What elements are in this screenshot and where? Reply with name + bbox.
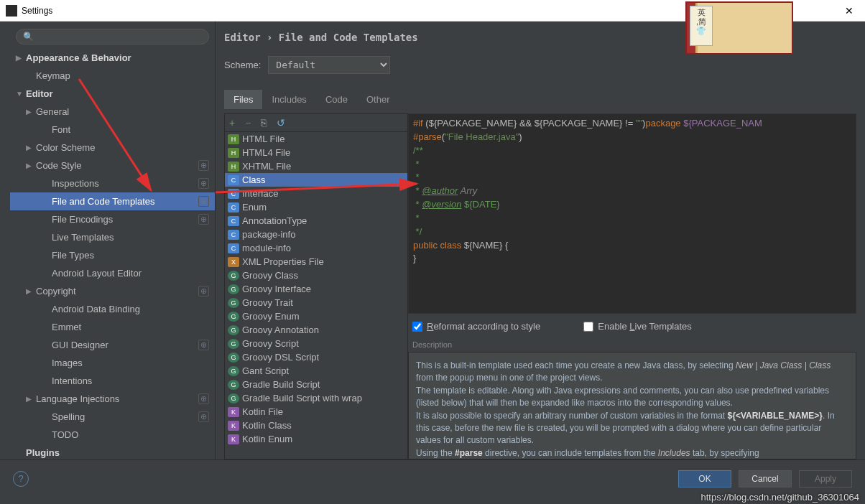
template-item-label: Groovy Interface — [242, 284, 311, 294]
template-item-label: Kotlin File — [242, 406, 283, 417]
ok-button[interactable]: OK — [678, 470, 731, 487]
remove-icon[interactable]: − — [245, 117, 251, 129]
sidebar-item-gui-designer[interactable]: GUI Designer⊕ — [10, 336, 215, 354]
template-item-kotlin-file[interactable]: KKotlin File — [225, 405, 407, 419]
template-item-groovy-interface[interactable]: GGroovy Interface — [225, 282, 407, 296]
scope-icon: ⊕ — [198, 160, 209, 171]
sidebar-item-images[interactable]: Images — [10, 354, 215, 372]
template-item-xml-properties-file[interactable]: XXML Properties File — [225, 255, 407, 269]
help-icon[interactable]: ? — [13, 471, 29, 487]
settings-tree[interactable]: ▶Appearance & BehaviorKeymap▼Editor▶Gene… — [10, 49, 215, 459]
tree-arrow-icon: ▶ — [16, 54, 26, 62]
search-input[interactable] — [16, 29, 209, 45]
scope-icon: ⊕ — [198, 411, 209, 422]
sidebar-item-label: Inspections — [52, 178, 99, 189]
reformat-checkbox[interactable] — [412, 322, 422, 332]
live-templates-checkbox-label[interactable]: Enable Live Templates — [583, 321, 692, 332]
template-item-label: Groovy Enum — [242, 311, 299, 322]
html-icon: H — [228, 148, 239, 158]
template-item-class[interactable]: CClass — [225, 173, 407, 187]
tab-files[interactable]: Files — [224, 90, 262, 109]
tab-includes[interactable]: Includes — [262, 90, 315, 109]
tree-arrow-icon: ▶ — [26, 144, 36, 151]
template-item-html4-file[interactable]: HHTML4 File — [225, 146, 407, 159]
kotlin-icon: K — [228, 434, 239, 444]
code-editor[interactable]: #if (${PACKAGE_NAME} && ${PACKAGE_NAME} … — [408, 113, 856, 314]
copy-icon[interactable]: ⎘ — [261, 117, 267, 129]
live-templates-checkbox[interactable] — [583, 322, 593, 332]
template-item-annotationtype[interactable]: CAnnotationType — [225, 214, 407, 228]
template-item-label: module-info — [242, 243, 291, 253]
sidebar-item-code-style[interactable]: ▶Code Style⊕ — [10, 157, 215, 174]
template-item-kotlin-enum[interactable]: KKotlin Enum — [225, 432, 407, 446]
cancel-button[interactable]: Cancel — [739, 470, 792, 487]
sidebar-item-label: File Encodings — [52, 214, 113, 225]
close-icon[interactable]: ✕ — [839, 5, 859, 17]
reset-icon[interactable]: ↺ — [277, 117, 285, 129]
template-item-module-info[interactable]: Cmodule-info — [225, 241, 407, 255]
sidebar-item-font[interactable]: Font — [10, 121, 215, 139]
sidebar-item-file-types[interactable]: File Types — [10, 246, 215, 264]
sidebar-item-language-injections[interactable]: ▶Language Injections⊕ — [10, 390, 215, 408]
app-icon — [6, 5, 17, 17]
sidebar-item-intentions[interactable]: Intentions — [10, 372, 215, 390]
tree-arrow-icon: ▶ — [26, 287, 36, 295]
reformat-checkbox-label[interactable]: Reformat according to style — [412, 321, 540, 332]
add-icon[interactable]: + — [229, 117, 235, 129]
tab-code[interactable]: Code — [316, 90, 357, 109]
main-panel: Editor › File and Code Templates Scheme:… — [216, 22, 865, 459]
groovy-icon: G — [228, 339, 239, 349]
template-item-label: Groovy Trait — [242, 297, 293, 308]
apply-button[interactable]: Apply — [799, 470, 852, 487]
sidebar-item-keymap[interactable]: Keymap — [10, 67, 215, 85]
sidebar-item-plugins[interactable]: Plugins — [10, 444, 215, 459]
template-item-label: package-info — [242, 229, 295, 240]
sidebar-item-label: Copyright — [36, 286, 76, 297]
template-item-html-file[interactable]: HHTML File — [225, 132, 407, 146]
template-item-xhtml-file[interactable]: HXHTML File — [225, 159, 407, 173]
sidebar-item-file-encodings[interactable]: File Encodings⊕ — [10, 210, 215, 228]
sidebar-item-android-layout-editor[interactable]: Android Layout Editor — [10, 264, 215, 282]
sidebar-item-general[interactable]: ▶General — [10, 103, 215, 121]
sidebar-item-appearance-behavior[interactable]: ▶Appearance & Behavior — [10, 49, 215, 67]
sidebar-item-editor[interactable]: ▼Editor — [10, 85, 215, 103]
html-icon: H — [228, 134, 239, 144]
template-item-kotlin-class[interactable]: KKotlin Class — [225, 419, 407, 432]
template-item-package-info[interactable]: Cpackage-info — [225, 228, 407, 241]
sidebar-item-live-templates[interactable]: Live Templates — [10, 228, 215, 246]
decorative-image: 英,简👕 — [685, 1, 793, 55]
template-item-label: XHTML File — [242, 161, 291, 172]
groovy-icon: G — [228, 353, 239, 363]
template-item-groovy-script[interactable]: GGroovy Script — [225, 337, 407, 350]
groovy-icon: G — [228, 366, 239, 376]
scheme-select[interactable]: Default — [268, 56, 390, 74]
template-item-label: Kotlin Class — [242, 420, 292, 431]
template-item-gant-script[interactable]: GGant Script — [225, 364, 407, 378]
sidebar-item-copyright[interactable]: ▶Copyright⊕ — [10, 282, 215, 300]
class-icon: C — [228, 202, 239, 213]
sidebar-item-spelling[interactable]: Spelling⊕ — [10, 408, 215, 426]
sidebar-item-color-scheme[interactable]: ▶Color Scheme — [10, 139, 215, 157]
kotlin-icon: K — [228, 407, 239, 417]
sidebar-item-inspections[interactable]: Inspections⊕ — [10, 174, 215, 192]
template-item-groovy-enum[interactable]: GGroovy Enum — [225, 309, 407, 323]
sidebar-item-file-and-code-templates[interactable]: File and Code Templates⊕ — [10, 192, 215, 210]
sidebar-item-android-data-binding[interactable]: Android Data Binding — [10, 300, 215, 318]
template-item-gradle-build-script-with-wrap[interactable]: GGradle Build Script with wrap — [225, 391, 407, 405]
sidebar-item-label: TODO — [52, 429, 78, 440]
template-item-interface[interactable]: CInterface — [225, 187, 407, 200]
template-item-enum[interactable]: CEnum — [225, 200, 407, 214]
template-item-groovy-dsl-script[interactable]: GGroovy DSL Script — [225, 350, 407, 364]
template-list[interactable]: HHTML FileHHTML4 FileHXHTML FileCClassCI… — [225, 132, 407, 459]
template-item-groovy-trait[interactable]: GGroovy Trait — [225, 296, 407, 309]
template-item-groovy-class[interactable]: GGroovy Class — [225, 269, 407, 282]
sidebar-item-todo[interactable]: TODO — [10, 426, 215, 444]
template-editor-panel: #if (${PACKAGE_NAME} && ${PACKAGE_NAME} … — [408, 113, 856, 459]
sidebar-item-label: Plugins — [26, 447, 60, 458]
dialog-button-bar: ? OK Cancel Apply — [0, 459, 865, 497]
template-item-label: Groovy Script — [242, 338, 299, 349]
template-item-gradle-build-script[interactable]: GGradle Build Script — [225, 378, 407, 391]
tab-other[interactable]: Other — [357, 90, 399, 109]
template-item-groovy-annotation[interactable]: GGroovy Annotation — [225, 323, 407, 337]
sidebar-item-emmet[interactable]: Emmet — [10, 318, 215, 336]
